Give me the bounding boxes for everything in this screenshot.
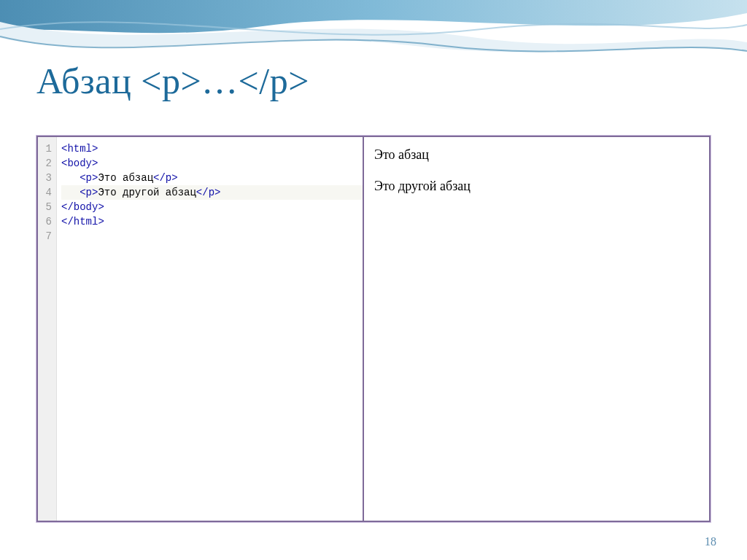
code-text: Это другой абзац	[98, 187, 196, 198]
code-line: <p>Это другой абзац</p>	[61, 185, 363, 200]
code-tag: </html>	[61, 216, 104, 228]
code-area: <html><body> <p>Это абзац</p> <p>Это дру…	[57, 137, 363, 521]
code-line: </html>	[61, 214, 363, 229]
preview-paragraph-2: Это другой абзац	[374, 179, 699, 194]
line-number: 3	[38, 171, 56, 185]
preview-paragraph-1: Это абзац	[374, 147, 699, 163]
line-number: 6	[38, 214, 56, 229]
line-number: 4	[38, 185, 56, 200]
slide-title: Абзац <p>…</p>	[36, 60, 309, 102]
line-number: 1	[38, 141, 56, 156]
code-tag: <body>	[61, 158, 98, 169]
code-tag: <html>	[61, 143, 98, 155]
code-line: <body>	[61, 156, 363, 171]
code-pane: 1234567 <html><body> <p>Это абзац</p> <p…	[38, 137, 364, 521]
code-tag: </body>	[61, 201, 104, 213]
code-tag: <p>	[80, 172, 98, 184]
code-line: <html>	[61, 141, 363, 156]
page-number: 18	[705, 535, 716, 548]
code-text: Это абзац	[98, 172, 153, 184]
code-tag: </p>	[196, 187, 221, 198]
code-tag: <p>	[80, 187, 98, 198]
decorative-wave	[0, 0, 747, 66]
line-number-gutter: 1234567	[38, 137, 57, 521]
code-tag: </p>	[153, 172, 178, 184]
code-line	[61, 229, 363, 244]
code-line: </body>	[61, 200, 363, 214]
line-number: 7	[38, 229, 56, 244]
line-number: 2	[38, 156, 56, 171]
preview-pane: Это абзац Это другой абзац	[364, 137, 709, 521]
editor-frame: 1234567 <html><body> <p>Это абзац</p> <p…	[36, 136, 711, 522]
code-line: <p>Это абзац</p>	[61, 171, 363, 185]
line-number: 5	[38, 200, 56, 214]
